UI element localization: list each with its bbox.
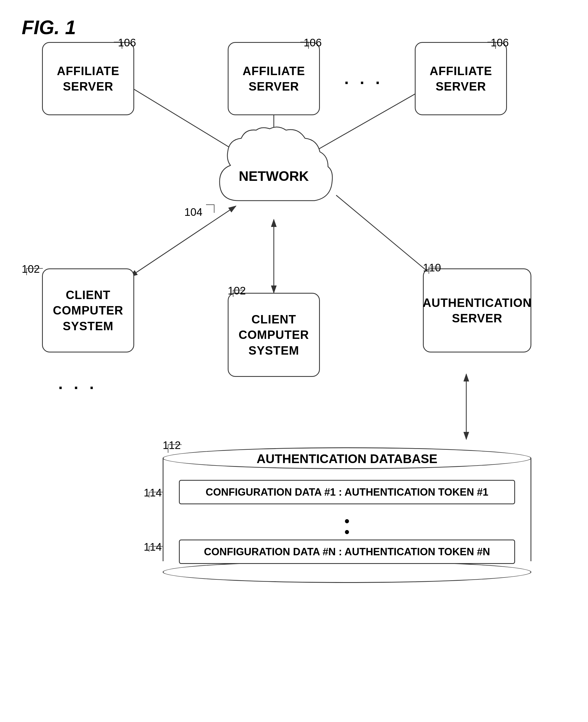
affiliate-server-3: AFFILIATE SERVER: [415, 42, 507, 115]
ref-bracket-102-2: [230, 287, 252, 298]
network-cloud: NETWORK: [211, 125, 336, 228]
affiliate-server-1: AFFILIATE SERVER: [42, 42, 134, 115]
ellipsis-servers: . . .: [344, 69, 383, 88]
auth-database: AUTHENTICATION DATABASE CONFIGURATION DA…: [163, 447, 531, 588]
ref-bracket-102-1: [24, 266, 51, 276]
ref-bracket-3: [479, 39, 501, 50]
ellipsis-db-2: •: [163, 523, 531, 541]
client-computer-system-2: CLIENTCOMPUTERSYSTEM: [228, 293, 320, 377]
ref-bracket-2: [292, 39, 314, 50]
ellipsis-clients: . . .: [58, 374, 97, 393]
auth-server: AUTHENTICATION SERVER: [423, 268, 531, 352]
ref-bracket-110: [426, 264, 448, 275]
auth-db-label: AUTHENTICATION DATABASE: [163, 451, 531, 466]
config-row-n: CONFIGURATION DATA #N : AUTHENTICATION T…: [179, 539, 515, 564]
figure-title: FIG. 1: [22, 16, 76, 39]
ref-bracket-104: [195, 201, 217, 214]
config-row-1: CONFIGURATION DATA #1 : AUTHENTICATION T…: [179, 480, 515, 504]
client-computer-system-1: CLIENTCOMPUTERSYSTEM: [42, 268, 134, 352]
svg-line-9: [336, 195, 434, 276]
ref-bracket-1: [106, 39, 127, 50]
affiliate-server-2: AFFILIATE SERVER: [228, 42, 320, 115]
